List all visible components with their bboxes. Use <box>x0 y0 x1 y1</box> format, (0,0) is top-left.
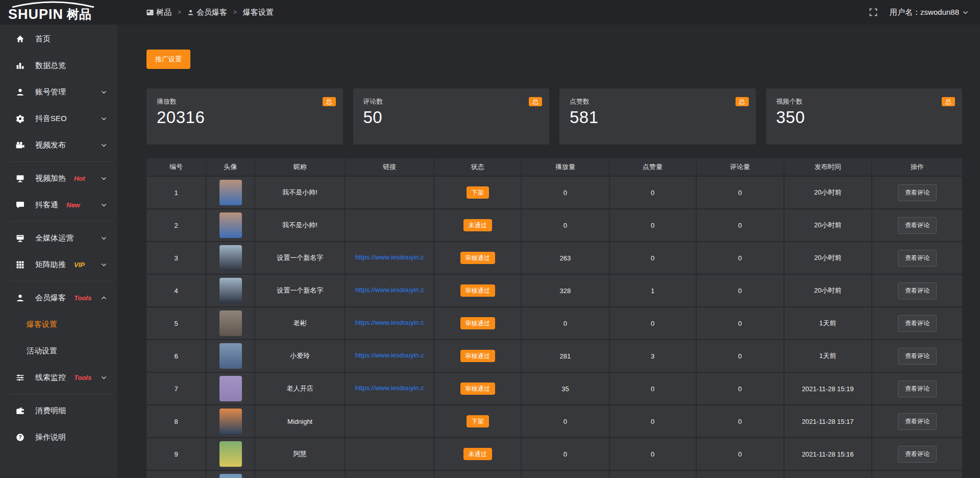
sidebar-item-douyin-seo[interactable]: 抖音SEO <box>0 105 117 132</box>
sidebar-item-video-heating[interactable]: 视频加热Hot <box>0 165 117 192</box>
sidebar-item-consume-detail[interactable]: 消费明细 <box>0 397 117 424</box>
view-comments-button[interactable]: 查看评论 <box>898 250 937 267</box>
stat-card: 播放数20316总 <box>146 88 343 145</box>
stat-value: 50 <box>363 108 543 127</box>
plays-count: 35 <box>561 385 569 393</box>
column-header: 头像 <box>207 158 255 176</box>
sidebar-item-label: 操作说明 <box>35 433 66 442</box>
sidebar-divider <box>9 221 112 222</box>
sidebar-item-badge: Hot <box>74 175 85 182</box>
column-header: 播放量 <box>522 158 609 176</box>
breadcrumb-item[interactable]: 爆客设置 <box>243 8 274 17</box>
sidebar-item-clue-monitor[interactable]: 线索监控Tools <box>0 364 117 391</box>
column-header: 昵称 <box>255 158 346 176</box>
breadcrumb-item[interactable]: 会员爆客 <box>187 8 227 17</box>
view-comments-button[interactable]: 查看评论 <box>898 217 937 234</box>
nickname: 老人开店 <box>287 385 313 392</box>
table-row: 5老彬https://www.iesdouyin.c审核通过0001天前查看评论 <box>146 307 962 339</box>
plays-count: 0 <box>564 222 567 229</box>
sidebar-item-label: 全媒体运营 <box>35 233 74 243</box>
sidebar-item-label: 会员爆客 <box>35 293 66 303</box>
column-header: 编号 <box>146 158 207 176</box>
status-badge: 未通过 <box>463 219 492 231</box>
table-header-row: 编号头像昵称链接状态播放量点赞量评论量发布时间操作 <box>146 158 962 176</box>
publish-time: 20小时前 <box>814 221 841 229</box>
sidebar-item-douketong[interactable]: 抖客通New <box>0 192 117 218</box>
nickname: Midnight <box>287 418 312 425</box>
avatar <box>219 343 242 369</box>
total-badge: 总 <box>942 97 955 106</box>
user-icon <box>15 294 24 302</box>
sidebar-item-badge: Tools <box>74 294 91 302</box>
view-comments-button[interactable]: 查看评论 <box>898 446 937 463</box>
chevron-down-icon <box>101 115 107 122</box>
app-window: SHUPIN 树品 树品>会员爆客>爆客设置 用户名：zswodun88 首页数… <box>0 0 980 478</box>
chevron-down-icon <box>101 374 107 381</box>
publish-time: 20小时前 <box>814 286 841 294</box>
video-link[interactable]: https://www.iesdouyin.c <box>355 286 424 294</box>
column-header: 状态 <box>434 158 522 176</box>
nickname: 我不是小帅! <box>282 221 317 229</box>
stat-value: 350 <box>776 108 955 127</box>
sidebar-item-help[interactable]: ?操作说明 <box>0 424 117 450</box>
sidebar-item-data-overview[interactable]: 数据总览 <box>0 52 117 79</box>
comments-count: 0 <box>738 287 742 295</box>
table-row: 6小爱玲https://www.iesdouyin.c审核通过281301天前查… <box>146 340 962 372</box>
topbar-right: 用户名：zswodun88 <box>869 8 980 17</box>
view-comments-button[interactable]: 查看评论 <box>898 348 937 365</box>
publish-time: 20小时前 <box>814 254 841 261</box>
cell-id: 2 <box>174 222 178 229</box>
sidebar-item-matrix-boost[interactable]: 矩阵助推VIP <box>0 251 117 278</box>
sidebar-subitem[interactable]: 活动设置 <box>0 338 117 364</box>
status-badge: 审核通过 <box>460 252 495 264</box>
member-icon <box>187 9 194 16</box>
status-badge: 下架 <box>467 415 489 427</box>
sidebar-item-badge: Tools <box>74 374 91 381</box>
app-logo[interactable]: SHUPIN 树品 <box>0 0 117 25</box>
sidebar-item-home[interactable]: 首页 <box>0 26 117 52</box>
video-link[interactable]: https://www.iesdouyin.c <box>355 253 424 261</box>
breadcrumb-item[interactable]: 树品 <box>146 8 172 17</box>
video-link[interactable]: https://www.iesdouyin.c <box>355 351 424 359</box>
comments-count: 0 <box>738 418 742 425</box>
chevron-down-icon <box>101 175 107 182</box>
avatar <box>219 212 242 238</box>
cell-id: 1 <box>174 189 178 197</box>
publish-time: 1天前 <box>819 352 836 360</box>
stat-value: 581 <box>570 108 749 127</box>
sidebar-item-label: 线索监控 <box>35 373 66 383</box>
sidebar-item-video-publish[interactable]: 视频发布 <box>0 132 117 158</box>
sidebar: 首页数据总览账号管理抖音SEO视频发布视频加热Hot抖客通New全媒体运营矩阵助… <box>0 25 117 478</box>
likes-count: 3 <box>651 352 654 360</box>
sidebar-item-member-baoke[interactable]: 会员爆客Tools <box>0 284 117 311</box>
likes-count: 0 <box>651 385 654 393</box>
video-link[interactable]: https://www.iesdouyin.c <box>355 384 424 392</box>
username-menu[interactable]: 用户名：zswodun88 <box>890 8 969 17</box>
plays-count: 281 <box>560 352 571 360</box>
user-icon <box>15 88 24 97</box>
sidebar-subitem-active[interactable]: 爆客设置 <box>0 311 117 338</box>
fullscreen-icon[interactable] <box>869 8 877 16</box>
sidebar-item-account-manage[interactable]: 账号管理 <box>0 79 117 105</box>
view-comments-button[interactable]: 查看评论 <box>898 184 937 201</box>
sidebar-item-all-media[interactable]: 全媒体运营 <box>0 225 117 251</box>
view-comments-button[interactable]: 查看评论 <box>898 282 937 299</box>
view-comments-button[interactable]: 查看评论 <box>898 380 937 397</box>
column-header: 链接 <box>346 158 434 176</box>
chevron-down-icon <box>962 9 969 16</box>
publish-time: 2021-11-28 15:17 <box>802 418 854 425</box>
sidebar-item-badge: New <box>66 201 80 209</box>
view-comments-button[interactable]: 查看评论 <box>898 413 937 430</box>
chevron-up-icon <box>101 295 107 301</box>
logo-text-en: SHUPIN <box>8 8 63 21</box>
view-comments-button[interactable]: 查看评论 <box>898 315 937 332</box>
plays-count: 0 <box>564 320 567 327</box>
table-row: 8Midnight下架0002021-11-28 15:17查看评论 <box>146 405 962 437</box>
logo-text-cn: 树品 <box>67 6 91 22</box>
svg-text:?: ? <box>18 435 21 440</box>
video-link[interactable]: https://www.iesdouyin.c <box>355 319 424 326</box>
promotion-settings-button[interactable]: 推广设置 <box>146 50 190 69</box>
plays-count: 328 <box>560 287 571 295</box>
wallet-icon <box>15 407 24 415</box>
column-header: 评论量 <box>697 158 785 176</box>
